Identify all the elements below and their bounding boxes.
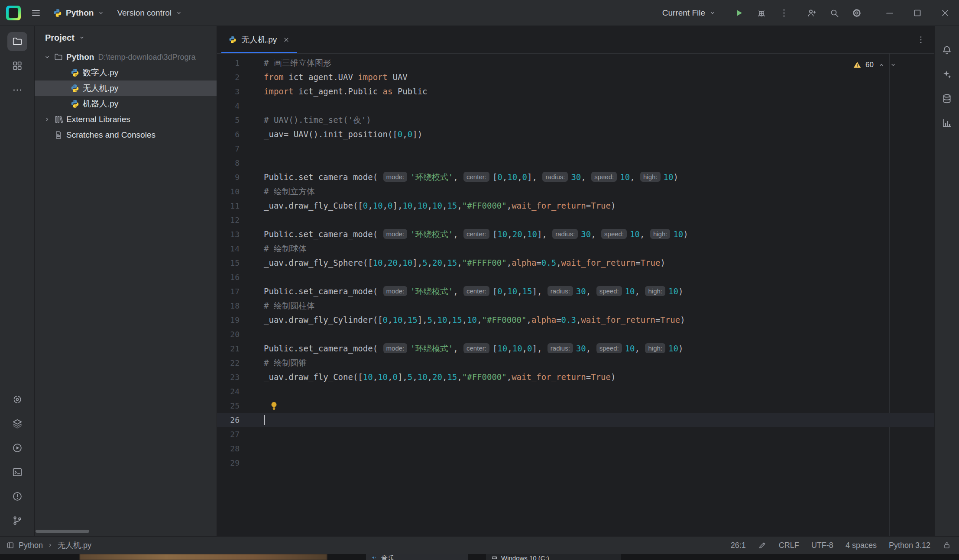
minimize-button[interactable]	[879, 4, 900, 22]
notifications-tool-button[interactable]	[938, 42, 956, 59]
line-number[interactable]: 28	[217, 441, 240, 456]
chevron-right-icon[interactable]	[42, 116, 53, 123]
line-number[interactable]: 26	[217, 413, 240, 427]
code-line[interactable]: 12	[217, 213, 934, 227]
code-line[interactable]: 9Public.set_camera_mode( mode:'环绕模式', ce…	[217, 170, 934, 184]
code-line[interactable]: 27	[217, 427, 934, 441]
line-number[interactable]: 22	[217, 356, 240, 370]
code-line[interactable]: 23_uav.draw_fly_Cone([10,10,0],5,10,20,1…	[217, 370, 934, 384]
code-line[interactable]: 7	[217, 142, 934, 156]
line-number[interactable]: 6	[217, 127, 240, 142]
project-tool-button[interactable]	[7, 32, 27, 51]
code-line[interactable]: 26	[217, 413, 934, 427]
line-separator[interactable]: CRLF	[779, 541, 799, 550]
line-number[interactable]: 16	[217, 270, 240, 284]
line-number[interactable]: 2	[217, 70, 240, 84]
code-line[interactable]: 3import ict_agent.Public as Public	[217, 84, 934, 99]
tree-item-file-robot[interactable]: 机器人.py	[35, 96, 217, 112]
tab-options-icon[interactable]	[916, 35, 926, 45]
line-number[interactable]: 21	[217, 341, 240, 356]
structure-tool-button[interactable]	[7, 56, 27, 75]
code-line[interactable]: 11_uav.draw_fly_Cube([0,10,0],10,10,10,1…	[217, 199, 934, 213]
code-line[interactable]: 2from ict_agent.UAV import UAV	[217, 70, 934, 84]
breadcrumb-file[interactable]: 无人机.py	[58, 540, 91, 550]
line-number[interactable]: 13	[217, 227, 240, 241]
tree-item-external-libraries[interactable]: External Libraries	[35, 112, 217, 127]
next-problem-icon[interactable]	[889, 61, 897, 69]
code-line[interactable]: 16	[217, 270, 934, 284]
line-number[interactable]: 29	[217, 456, 240, 470]
line-number[interactable]: 12	[217, 213, 240, 227]
code-line[interactable]: 14# 绘制球体	[217, 241, 934, 256]
pen-icon[interactable]	[758, 541, 767, 550]
background-window[interactable]: 音乐	[366, 554, 468, 560]
code-line[interactable]: 21Public.set_camera_mode( mode:'环绕模式', c…	[217, 341, 934, 356]
inspections-widget[interactable]: 60	[849, 59, 901, 71]
code-line[interactable]: 15_uav.draw_fly_Sphere([10,20,10],5,20,1…	[217, 256, 934, 270]
version-control-tool-button[interactable]	[7, 511, 27, 530]
code-line[interactable]: 1# 画三维立体图形	[217, 56, 934, 70]
line-number[interactable]: 11	[217, 199, 240, 213]
run-configuration-selector[interactable]: Current File	[658, 5, 721, 21]
code-line[interactable]: 18# 绘制圆柱体	[217, 299, 934, 313]
prev-problem-icon[interactable]	[878, 61, 885, 69]
line-number[interactable]: 15	[217, 256, 240, 270]
tree-item-file-digital-human[interactable]: 数字人.py	[35, 65, 217, 80]
line-number[interactable]: 14	[217, 241, 240, 256]
tree-item-file-uav[interactable]: 无人机.py	[35, 80, 217, 96]
code-with-me-button[interactable]	[802, 4, 821, 22]
project-selector[interactable]: Python	[49, 5, 109, 21]
line-number[interactable]: 9	[217, 170, 240, 184]
line-number[interactable]: 5	[217, 113, 240, 127]
line-number[interactable]: 10	[217, 184, 240, 199]
code-line[interactable]: 13Public.set_camera_mode( mode:'环绕模式', c…	[217, 227, 934, 241]
background-window[interactable]: Windows 10 (C:)	[486, 554, 621, 560]
line-number[interactable]: 25	[217, 399, 240, 413]
line-number[interactable]: 8	[217, 156, 240, 170]
line-number[interactable]: 1	[217, 56, 240, 70]
intention-lightbulb-icon[interactable]	[269, 401, 279, 411]
line-number[interactable]: 24	[217, 384, 240, 399]
line-number[interactable]: 4	[217, 99, 240, 113]
python-interpreter[interactable]: Python 3.12	[889, 541, 930, 550]
maximize-button[interactable]	[907, 4, 928, 22]
code-line[interactable]: 4	[217, 99, 934, 113]
services-tool-button[interactable]	[7, 414, 27, 433]
run-tool-window-tool-button[interactable]	[7, 438, 27, 457]
code-line[interactable]: 5# UAV().time_set('夜')	[217, 113, 934, 127]
project-widget-icon[interactable]	[6, 541, 15, 550]
more-actions-button[interactable]	[774, 4, 794, 22]
code-line[interactable]: 10# 绘制立方体	[217, 184, 934, 199]
terminal-tool-button[interactable]	[7, 463, 27, 482]
code-line[interactable]: 24	[217, 384, 934, 399]
line-number[interactable]: 7	[217, 142, 240, 156]
run-button[interactable]	[729, 4, 748, 22]
breadcrumb-project[interactable]: Python	[19, 541, 43, 550]
settings-button[interactable]	[847, 4, 866, 22]
python-packages-tool-button[interactable]	[7, 390, 27, 409]
problems-tool-button[interactable]	[7, 487, 27, 506]
tree-item-project-root-python[interactable]: PythonD:\temp-download\3dProgra	[35, 49, 217, 65]
tree-item-scratches-and-consoles[interactable]: Scratches and Consoles	[35, 127, 217, 143]
close-button[interactable]	[935, 4, 956, 22]
lock-icon[interactable]	[943, 541, 951, 550]
caret-position[interactable]: 26:1	[731, 541, 746, 550]
code-line[interactable]: 25	[217, 399, 934, 413]
line-number[interactable]: 27	[217, 427, 240, 441]
line-number[interactable]: 20	[217, 327, 240, 341]
code-line[interactable]: 29	[217, 456, 934, 470]
line-number[interactable]: 17	[217, 284, 240, 299]
line-number[interactable]: 23	[217, 370, 240, 384]
code-line[interactable]: 28	[217, 441, 934, 456]
chevron-down-icon[interactable]	[42, 53, 53, 61]
vcs-selector[interactable]: Version control	[113, 5, 187, 21]
code-editor[interactable]: 1# 画三维立体图形2from ict_agent.UAV import UAV…	[217, 54, 934, 536]
code-line[interactable]: 8	[217, 156, 934, 170]
ai-assistant-tool-button[interactable]	[938, 66, 956, 83]
chevron-down-icon[interactable]	[78, 34, 86, 42]
project-panel-scrollbar[interactable]	[36, 530, 89, 533]
tab-uav-file[interactable]: 无人机.py	[221, 26, 297, 53]
more-tool-windows-tool-button[interactable]	[7, 80, 27, 100]
code-line[interactable]: 17Public.set_camera_mode( mode:'环绕模式', c…	[217, 284, 934, 299]
plots-tool-button[interactable]	[938, 114, 956, 132]
